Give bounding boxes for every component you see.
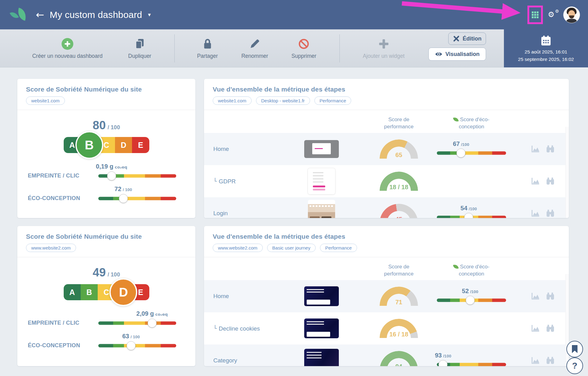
performance-gauge: 65 [380,139,418,159]
step-thumbnail[interactable] [304,349,339,366]
performance-gauge: 18 / 18 [380,172,418,191]
journey-chip[interactable]: Basic user journey [267,244,316,252]
site-chip[interactable]: www.website2.com [26,244,76,252]
ecodesign-slider: 63 / 100 [98,341,176,350]
eco-score-value: 67 [453,140,460,147]
score-max: / 100 [108,124,120,130]
duplicate-button[interactable]: Dupliquer [128,38,151,59]
settings-gears-button[interactable]: ⚙ ⚙ [548,10,558,20]
visualisation-button[interactable]: Visualisation [428,48,486,61]
help-button[interactable]: ? [566,357,583,374]
widgets-grid-button[interactable] [532,11,539,18]
card-scrollbar[interactable] [565,127,569,218]
widget-sobriety-score-website1: Score de Sobriété Numérique du site webs… [17,79,195,218]
user-avatar[interactable] [563,6,580,23]
step-name: GDPR [219,178,236,185]
eco-score-slider: 67 /100 [437,149,506,157]
step-thumbnail[interactable] [308,200,335,218]
step-name: Login [213,210,228,216]
slider-knob[interactable] [147,318,156,327]
step-thumbnail[interactable] [304,140,339,158]
slider-knob[interactable] [439,360,448,366]
widget-header: Vue d'ensemble de la métrique des étapes… [204,226,569,257]
binoculars-icon[interactable] [546,292,555,300]
widget-steps-overview-website2: Vue d'ensemble de la métrique des étapes… [204,226,569,366]
eco-score-slider: 93 /100 [437,361,506,366]
leaf-icon [453,117,458,122]
add-widget-button[interactable]: Ajouter un widget [363,38,404,59]
step-thumbnail[interactable] [308,168,335,194]
eco-score-max: /100 [461,142,469,147]
bookmark-button[interactable] [566,341,583,357]
table-row: └GDPR 18 / 18 [204,165,569,197]
step-thumbnail[interactable] [304,318,339,338]
slider-knob[interactable] [107,171,116,180]
history-chart-icon[interactable] [531,177,540,185]
edition-button[interactable]: Édition [448,32,486,45]
binoculars-icon[interactable] [546,145,555,153]
history-chart-icon[interactable] [531,292,540,300]
widget-sobriety-score-website2: Score de Sobriété Numérique du site www.… [17,226,195,366]
plus-icon [378,39,389,49]
slider-knob[interactable] [466,296,475,305]
binoculars-icon[interactable] [546,209,555,217]
history-chart-icon[interactable] [531,357,540,365]
footprint-row: EMPREINTE / CLIC 2,09 g co₂eq [17,319,195,327]
binoculars-icon[interactable] [546,324,555,332]
create-dashboard-button[interactable]: Créer un nouveau dashboard [32,38,103,59]
slider-knob[interactable] [457,149,466,158]
widget-title: Vue d'ensemble de la métrique des étapes [213,233,560,240]
avatar-shirt [566,19,577,23]
ecodesign-value: 63 [122,333,129,340]
dashboard-toolbar: Créer un nouveau dashboard Dupliquer Par… [0,29,588,67]
table-row: Home 65 67 /100 [204,133,569,165]
slider-knob[interactable] [119,194,128,203]
footprint-value: 2,09 g [136,310,154,317]
metric-chip[interactable]: Performance [320,244,357,252]
slider-knob[interactable] [464,213,473,218]
add-widget-label: Ajouter un widget [363,53,404,59]
top-navbar: ← My custom dashboard ▼ ⚙ ⚙ [0,0,588,29]
slider-knob[interactable] [126,341,135,350]
binoculars-icon[interactable] [546,357,555,365]
eco-column-header: Score d'éco-conception [459,117,489,130]
site-chip[interactable]: website1.com [213,96,252,105]
table-row: └Decline cookies 16 / 18 [204,312,569,344]
ecodesign-slider: 72 / 100 [98,194,176,203]
metric-chip[interactable]: Performance [314,96,352,105]
site-chip[interactable]: website1.com [26,96,65,105]
chevron-down-icon[interactable]: ▼ [147,12,152,17]
history-chart-icon[interactable] [531,145,540,153]
pencil-icon [249,38,260,50]
date-range-picker[interactable]: 25 août 2025, 16:01 25 septembre 2025, 1… [504,29,588,67]
share-button[interactable]: Partager [197,38,218,59]
ecodesign-max: / 100 [130,335,140,339]
site-chip[interactable]: www.website2.com [213,244,263,252]
step-thumbnail[interactable] [304,286,339,306]
eco-score-max: /100 [443,354,451,358]
step-name: Home [213,293,229,299]
back-arrow-icon[interactable]: ← [36,10,44,20]
binoculars-icon[interactable] [546,177,555,185]
delete-button[interactable]: Supprimer [292,38,317,59]
eco-score-value: 93 [435,352,442,359]
share-label: Partager [197,53,218,59]
ecodesign-value: 72 [114,186,121,192]
eco-score-max: /100 [470,289,478,294]
bookmark-icon [571,345,578,353]
footprint-value: 0,19 g [96,163,113,170]
color-scale-bar [98,321,176,325]
history-chart-icon[interactable] [531,209,540,217]
perf-column-header: Score de performance [380,116,417,130]
journey-chip[interactable]: Desktop - website1.fr [256,96,310,105]
step-name: Decline cookies [219,325,260,332]
widget-header: Score de Sobriété Numérique du site webs… [17,79,195,110]
history-chart-icon[interactable] [531,324,540,332]
perf-column-header: Score de performance [380,263,417,278]
score-max: / 100 [108,271,120,278]
table-header: Score de performance Score d'éco-concept… [204,257,569,280]
rename-button[interactable]: Renommer [241,38,268,59]
performance-value: 71 [380,299,418,306]
dashboard-content: Score de Sobriété Numérique du site webs… [0,67,588,376]
ecodesign-label: ÉCO-CONCEPTION [28,342,98,349]
